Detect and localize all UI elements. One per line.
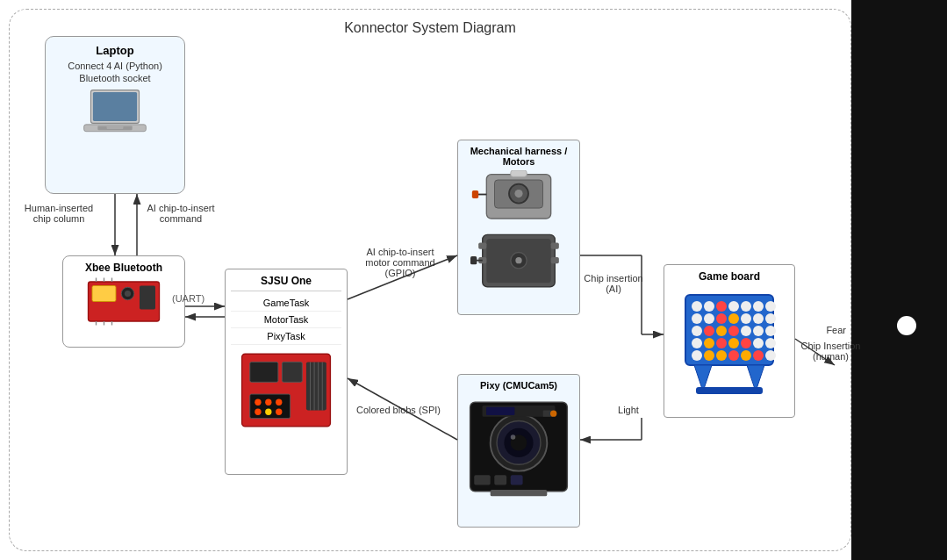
svg-point-86 [716, 338, 727, 348]
svg-rect-9 [140, 286, 155, 310]
laptop-icon [80, 89, 150, 137]
svg-point-78 [704, 326, 714, 336]
label-colored-blobs: Colored blobs (SPI) [355, 405, 442, 415]
label-uart: (UART) [172, 293, 204, 304]
svg-point-75 [753, 313, 764, 324]
svg-point-77 [692, 326, 702, 336]
mechanical-title: Mechanical harness /Motors [463, 146, 574, 167]
svg-point-76 [765, 313, 776, 324]
chip-insertion-human-label: Chip Insertion (human) [793, 341, 868, 362]
svg-point-24 [265, 409, 271, 415]
label-ai-chip: AI chip-to-insert command [141, 203, 220, 224]
svg-point-95 [741, 350, 751, 361]
svg-point-65 [716, 301, 727, 312]
svg-point-53 [511, 434, 516, 440]
svg-point-87 [728, 338, 739, 348]
sjsu-title: SJSU One [231, 275, 341, 291]
xbee-title: Xbee Bluetooth [68, 262, 179, 274]
diagram-title: Konnector System Diagram [10, 10, 850, 36]
label-ai-motor: AI chip-to-insert motor command (GPIO) [356, 247, 444, 278]
svg-rect-26 [306, 362, 326, 410]
svg-point-94 [728, 350, 739, 361]
svg-rect-19 [250, 394, 291, 419]
pixy-icon [466, 394, 571, 508]
laptop-line2: Bluetooth socket [53, 73, 177, 83]
svg-point-8 [125, 291, 131, 297]
svg-point-85 [704, 338, 714, 348]
sjsu-box: SJSU One GameTask MotorTask PixyTask [225, 269, 348, 475]
svg-point-88 [741, 338, 751, 348]
svg-point-80 [728, 326, 739, 336]
svg-rect-100 [696, 387, 763, 394]
svg-point-90 [765, 338, 776, 348]
svg-point-73 [728, 313, 739, 324]
label-chip-insertion-ai: Chip insertion (AI) [578, 273, 649, 294]
svg-rect-18 [282, 362, 302, 382]
sjsu-task-2: PixyTask [231, 328, 341, 345]
gameboard-title: Game board [670, 270, 789, 283]
pixy-title: Pixy (CMUCam5) [463, 380, 574, 391]
svg-point-97 [765, 350, 776, 361]
svg-rect-56 [511, 475, 523, 485]
svg-point-89 [753, 338, 764, 348]
laptop-line1: Connect 4 AI (Python) [53, 61, 177, 71]
svg-point-79 [716, 326, 727, 336]
sjsu-task-0: GameTask [231, 295, 341, 312]
svg-point-68 [753, 301, 764, 312]
svg-point-71 [704, 313, 714, 324]
xbee-icon [84, 277, 163, 326]
svg-rect-43 [551, 243, 559, 249]
fear-label: Fear [826, 325, 846, 335]
svg-point-91 [692, 350, 702, 361]
laptop-title: Laptop [53, 44, 177, 57]
svg-point-64 [704, 301, 714, 312]
svg-point-84 [692, 338, 702, 348]
svg-point-82 [753, 326, 764, 336]
pixy-box: Pixy (CMUCam5) [457, 374, 580, 528]
svg-rect-6 [92, 286, 116, 302]
sjsu-task-1: MotorTask [231, 312, 341, 328]
svg-point-92 [704, 350, 714, 361]
svg-point-66 [728, 301, 739, 312]
svg-point-22 [276, 399, 282, 406]
svg-rect-47 [470, 256, 477, 264]
mechanical-box: Mechanical harness /Motors [457, 140, 580, 315]
label-light: Light [606, 405, 650, 415]
svg-rect-4 [107, 126, 124, 129]
svg-point-61 [550, 410, 556, 416]
svg-rect-57 [491, 490, 548, 496]
svg-point-81 [741, 326, 751, 336]
svg-point-72 [716, 313, 727, 324]
main-diagram-container: Konnector System Diagram Laptop Connect … [9, 9, 851, 551]
svg-point-93 [716, 350, 727, 361]
svg-point-21 [265, 399, 271, 406]
svg-point-67 [741, 301, 751, 312]
svg-point-41 [515, 257, 521, 263]
label-human-chip: Human-inserted chip column [24, 203, 94, 224]
sjsu-board-icon [238, 348, 334, 432]
svg-rect-17 [250, 362, 278, 382]
xbee-box: Xbee Bluetooth [62, 255, 185, 348]
svg-point-83 [765, 326, 776, 336]
gameboard-box: Game board [664, 264, 795, 418]
svg-point-34 [514, 190, 522, 197]
svg-rect-1 [93, 92, 137, 121]
svg-point-23 [255, 409, 261, 415]
svg-point-96 [753, 350, 764, 361]
svg-point-63 [692, 301, 702, 312]
right-panel [851, 0, 947, 560]
mechanical-icon [470, 170, 567, 293]
svg-rect-37 [511, 170, 527, 176]
svg-rect-54 [474, 475, 490, 485]
svg-point-25 [276, 409, 282, 415]
right-dot-indicator [897, 316, 916, 335]
svg-rect-42 [478, 243, 486, 249]
svg-point-74 [741, 313, 751, 324]
svg-rect-45 [551, 257, 559, 263]
laptop-box: Laptop Connect 4 AI (Python) Bluetooth s… [45, 36, 185, 194]
svg-point-70 [692, 313, 702, 324]
svg-rect-59 [486, 407, 514, 415]
svg-point-20 [255, 399, 261, 406]
svg-rect-36 [472, 190, 478, 198]
svg-point-69 [765, 301, 776, 312]
